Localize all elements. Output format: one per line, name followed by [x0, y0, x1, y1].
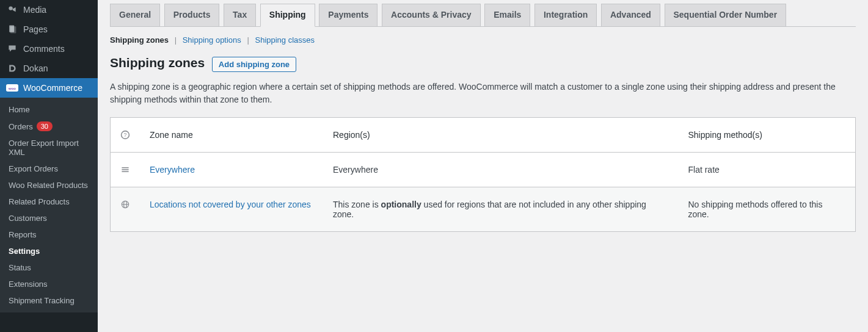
zone-regions: This zone is optionally used for regions…: [323, 187, 678, 231]
zone-name-link[interactable]: Everywhere: [150, 165, 195, 175]
submenu-item-label: Extensions: [9, 280, 48, 289]
sidebar-item-label: Dokan: [23, 63, 48, 73]
table-row: Locations not covered by your other zone…: [111, 187, 856, 231]
sidebar-item-label: Media: [23, 5, 46, 15]
column-header-regions: Region(s): [323, 117, 678, 152]
submenu-item-export-orders[interactable]: Export Orders: [0, 161, 98, 177]
submenu-item-extensions[interactable]: Extensions: [0, 276, 98, 292]
submenu-item-label: Order Export Import XML: [9, 139, 90, 157]
submenu-item-status[interactable]: Status: [0, 259, 98, 276]
subnav-shipping-zones[interactable]: Shipping zones: [110, 35, 169, 45]
admin-sidebar: Media Pages Comments Dokan woo WooCommer…: [0, 0, 98, 332]
submenu-item-label: Customers: [9, 214, 47, 223]
sidebar-item-media[interactable]: Media: [0, 0, 98, 20]
submenu-item-label: Export Orders: [9, 164, 58, 173]
zone-regions: Everywhere: [323, 152, 678, 187]
tab-general[interactable]: General: [110, 4, 160, 26]
sidebar-item-label: Pages: [23, 24, 48, 34]
zone-shipping-methods: No shipping methods offered to this zone…: [678, 187, 855, 231]
shipping-zones-table: ? Zone name Region(s) Shipping method(s)…: [110, 117, 856, 232]
submenu-item-label: Home: [9, 105, 30, 114]
submenu-item-label: Related Products: [9, 197, 70, 206]
submenu-item-label: Status: [9, 263, 31, 272]
submenu-item-related-products[interactable]: Related Products: [0, 193, 98, 210]
svg-rect-8: [122, 169, 128, 170]
sidebar-item-label: Comments: [23, 44, 65, 54]
submenu-item-label: Settings: [9, 247, 40, 256]
woocommerce-icon: woo: [6, 84, 18, 92]
table-row: Everywhere Everywhere Flat rate: [111, 152, 856, 187]
comment-icon: [6, 44, 18, 54]
submenu-item-order-export-import-xml[interactable]: Order Export Import XML: [0, 135, 98, 161]
separator: |: [243, 35, 252, 45]
submenu-item-orders[interactable]: Orders 30: [0, 118, 98, 135]
submenu-item-customers[interactable]: Customers: [0, 210, 98, 226]
svg-rect-7: [122, 167, 128, 168]
add-shipping-zone-button[interactable]: Add shipping zone: [212, 57, 296, 72]
tab-sequential-order-number[interactable]: Sequential Order Number: [665, 4, 787, 26]
media-icon: [6, 5, 18, 15]
dokan-icon: [6, 63, 18, 73]
sidebar-item-comments[interactable]: Comments: [0, 39, 98, 59]
orders-count-badge: 30: [37, 121, 53, 131]
sidebar-item-pages[interactable]: Pages: [0, 20, 98, 39]
page-icon: [6, 24, 18, 34]
column-header-zone-name: Zone name: [140, 117, 323, 152]
drag-handle-icon[interactable]: [120, 165, 130, 175]
zone-name-link[interactable]: Locations not covered by your other zone…: [150, 200, 311, 209]
submenu-item-woo-related-products[interactable]: Woo Related Products: [0, 177, 98, 193]
separator: |: [171, 35, 180, 45]
svg-point-0: [9, 6, 12, 10]
submenu-item-shipment-tracking[interactable]: Shipment Tracking: [0, 292, 98, 309]
submenu-item-settings[interactable]: Settings: [0, 243, 98, 259]
submenu-item-reports[interactable]: Reports: [0, 226, 98, 243]
sidebar-item-woocommerce[interactable]: woo WooCommerce: [0, 78, 98, 98]
tab-tax[interactable]: Tax: [224, 4, 256, 26]
tab-products[interactable]: Products: [164, 4, 220, 26]
tab-emails[interactable]: Emails: [484, 4, 530, 26]
sidebar-item-dokan[interactable]: Dokan: [0, 59, 98, 78]
svg-text:woo: woo: [8, 87, 16, 90]
help-icon[interactable]: ?: [120, 130, 130, 140]
woocommerce-submenu: Home Orders 30 Order Export Import XML E…: [0, 98, 98, 312]
settings-tabs: General Products Tax Shipping Payments A…: [110, 0, 856, 27]
page-title: Shipping zones: [110, 56, 205, 70]
submenu-item-label: Reports: [9, 230, 37, 239]
submenu-item-label: Orders: [9, 122, 33, 131]
shipping-subnav: Shipping zones | Shipping options | Ship…: [110, 35, 856, 45]
submenu-item-label: Shipment Tracking: [9, 296, 75, 305]
zone-shipping-methods: Flat rate: [678, 152, 855, 187]
submenu-item-label: Woo Related Products: [9, 181, 88, 190]
submenu-item-home[interactable]: Home: [0, 101, 98, 118]
svg-rect-2: [10, 26, 16, 33]
sidebar-item-label: WooCommerce: [23, 83, 82, 93]
tab-payments[interactable]: Payments: [319, 4, 377, 26]
column-header-shipping-methods: Shipping method(s): [678, 117, 855, 152]
tab-accounts-privacy[interactable]: Accounts & Privacy: [382, 4, 481, 26]
svg-text:?: ?: [124, 132, 127, 138]
svg-rect-9: [122, 171, 128, 172]
tab-advanced[interactable]: Advanced: [601, 4, 660, 26]
tab-shipping[interactable]: Shipping: [260, 4, 315, 27]
tab-integration[interactable]: Integration: [534, 4, 597, 26]
subnav-shipping-options[interactable]: Shipping options: [183, 35, 241, 45]
page-description: A shipping zone is a geographic region w…: [110, 81, 856, 106]
subnav-shipping-classes[interactable]: Shipping classes: [255, 35, 315, 45]
globe-icon: [120, 200, 130, 209]
